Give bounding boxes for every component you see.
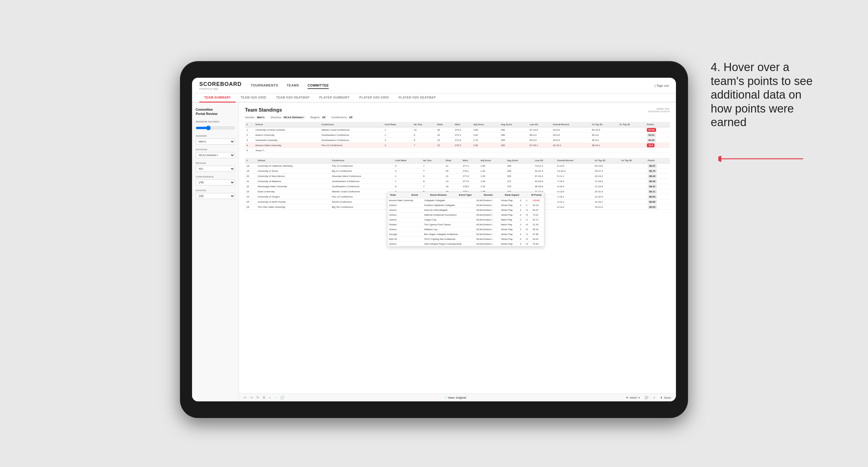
table-row: 3Vanderbilt UniversitySoutheastern Confe… — [245, 137, 670, 143]
add-icon[interactable]: + — [269, 396, 271, 400]
watch-button[interactable]: 👁 Watch ▾ — [626, 396, 640, 399]
region-label: Region — [196, 162, 235, 164]
copy-icon[interactable]: ⧉ — [263, 396, 265, 400]
share-button[interactable]: ⬆ Share — [660, 396, 671, 399]
points-hovered[interactable]: 79.5 — [647, 143, 655, 147]
sidebar-school: School (All) — [196, 189, 235, 199]
col-rnds: Rnds — [436, 122, 453, 127]
sidebar-gender: Gender Men's — [196, 134, 235, 145]
content-title: Team Standings — [245, 107, 282, 113]
comment-button[interactable]: 💬 — [645, 396, 648, 399]
conference-select[interactable]: (All) — [196, 179, 235, 185]
app-header: SCOREBOARD Powered by clippi TOURNAMENTS… — [192, 78, 676, 93]
col-conf-rank: Conf Rank — [394, 158, 422, 163]
expand-button[interactable]: ⤢ — [653, 396, 655, 399]
col-avg: Avg Score — [499, 122, 528, 127]
content-header: Team Standings Update time: 13/03/2024 1… — [245, 107, 670, 113]
table-row: 19University of TexasBig 12 Conference37… — [245, 168, 670, 174]
filter-gender: Gender: Men's — [245, 116, 265, 119]
filter-division: Division: NCAA Division I — [271, 116, 304, 119]
col-rank: # — [245, 122, 254, 127]
hover-row-6: Florida I The Cypress Point Classic NCAA… — [388, 222, 544, 227]
conference-label: Conference — [196, 176, 235, 178]
sidebar-region: Region N/A — [196, 162, 235, 172]
sidebar-title: Committee Portal Review — [196, 107, 235, 116]
col-adj: Adj Score — [479, 158, 506, 163]
hover-row-7: Univers Williams Cup NCAA Division I Str… — [388, 227, 544, 232]
minus-icon[interactable]: − — [274, 396, 276, 400]
filter-region: Region: All — [310, 116, 326, 119]
sidebar-division: Division NCAA Division I — [196, 148, 235, 158]
hover-row-1: Arizona State University Collegiate Coll… — [388, 198, 544, 203]
sign-out-link[interactable]: | Sign out — [655, 84, 669, 87]
col-points: Points — [645, 122, 670, 127]
col-vs25: Vs Top 25 — [593, 158, 620, 163]
undo-icon[interactable]: ↩ — [244, 396, 247, 400]
table-row: 20University of New MexicoMountain West … — [245, 174, 670, 179]
tab-team-h2h-heatmap[interactable]: TEAM H2H HEATMAP — [271, 93, 314, 102]
tablet-screen: SCOREBOARD Powered by clippi TOURNAMENTS… — [192, 78, 676, 401]
col-vs25: Vs Top 25 — [590, 122, 618, 127]
refresh-icon[interactable]: ↻ — [256, 396, 259, 400]
arrow-annotation — [718, 150, 815, 169]
update-time: Update time: 13/03/2024 10:03:42 — [648, 107, 670, 113]
col-wins: Wins — [453, 122, 472, 127]
points-highlight[interactable]: 97.03 — [647, 128, 656, 132]
nav-committee[interactable]: COMMITTEE — [308, 82, 329, 89]
points-cell[interactable]: 90.20 — [647, 138, 656, 142]
hover-table: Arizona State University Collegiate Coll… — [388, 198, 544, 247]
hover-row-4: Univers National Invitational Tournament… — [388, 213, 544, 217]
tab-player-h2h-heatmap[interactable]: PLAYER H2H HEATMAP — [394, 93, 441, 102]
region-select[interactable]: N/A — [196, 166, 235, 172]
table-row: 22Mississippi State UniversitySoutheaste… — [245, 184, 670, 189]
division-select[interactable]: NCAA Division I — [196, 152, 235, 158]
col-overall: Overall Record — [556, 158, 593, 163]
nav-tournaments[interactable]: TOURNAMENTS — [251, 82, 278, 89]
table-row: 18University of California, BerkeleyPac-… — [245, 163, 670, 168]
main-content: Committee Portal Review Minimum Rounds G… — [192, 102, 676, 401]
min-rounds-slider[interactable] — [196, 126, 235, 130]
sidebar-title-block: Committee Portal Review — [196, 107, 235, 116]
hover-row-3: Univers Amer An Intercollegiate NCAA Div… — [388, 208, 544, 213]
hover-row-10: Univers 2023 Sahalee Players Championshi… — [388, 242, 544, 247]
table-row: 2Auburn UniversitySoutheastern Conferenc… — [245, 132, 670, 137]
redo-icon[interactable]: ↪ — [250, 396, 253, 400]
col-vs50: Vs Top 50 — [618, 122, 645, 127]
points-cell[interactable]: 93.31 — [647, 133, 656, 137]
main-nav: TOURNAMENTS TEAMS COMMITTEE — [251, 82, 655, 89]
hover-row-8: Georgia Ben Hogan Collegiate Invitationa… — [388, 232, 544, 237]
nav-teams[interactable]: TEAMS — [287, 82, 299, 89]
standings-table: # School Conference Conf Rank No Tour Rn… — [245, 122, 670, 153]
filter-conference: Conference: All — [332, 116, 352, 119]
col-rnds: Rnds — [444, 158, 461, 163]
tab-team-h2h-grid[interactable]: TEAM H2H GRID — [236, 93, 271, 102]
hover-tooltip: Team Event Event Division Event Type Rou… — [387, 192, 545, 247]
tab-team-summary[interactable]: TEAM SUMMARY — [199, 93, 236, 102]
gender-select[interactable]: Men's — [196, 138, 235, 145]
toolbar-right: 👁 Watch ▾ 💬 ⤢ ⬆ Share — [626, 396, 671, 399]
col-low-sg: Low SG — [528, 122, 551, 127]
bottom-toolbar: ↩ ↪ ↻ ⧉ + − 🕐 📄 View: Original — [239, 394, 676, 401]
col-no-tour: No Tour — [412, 122, 435, 127]
division-label: Division — [196, 148, 235, 151]
table-row: 21University of AlabamaSoutheastern Conf… — [245, 179, 670, 184]
tab-player-summary[interactable]: PLAYER SUMMARY — [314, 93, 354, 102]
col-conf-rank: Conf Rank — [383, 122, 412, 127]
view-label[interactable]: 📄 View: Original — [444, 396, 466, 399]
col-overall: Overall Record — [551, 122, 590, 127]
logo-sub: Powered by clippi — [199, 87, 242, 90]
table-row: 1University of North CarolinaAtlantic Co… — [245, 127, 670, 132]
sub-nav: TEAM SUMMARY TEAM H2H GRID TEAM H2H HEAT… — [192, 93, 676, 102]
sidebar-conference: Conference (All) — [196, 176, 235, 185]
tab-player-h2h-grid[interactable]: PLAYER H2H GRID — [354, 93, 394, 102]
col-avg: Avg Score — [506, 158, 533, 163]
school-select[interactable]: (All) — [196, 193, 235, 199]
filter-row: Gender: Men's Division: NCAA Division I … — [245, 116, 670, 119]
col-rank: # — [245, 158, 256, 163]
col-school: School — [256, 158, 331, 163]
clock-icon[interactable]: 🕐 — [280, 396, 284, 400]
table-row: 4Arizona State UniversityPac-12 Conferen… — [245, 143, 670, 148]
hover-row-2: Univers Southern Highlands Collegiate NC… — [388, 203, 544, 208]
col-points: Points — [646, 158, 670, 163]
hover-header: Team Event Event Division Event Type Rou… — [388, 192, 544, 198]
